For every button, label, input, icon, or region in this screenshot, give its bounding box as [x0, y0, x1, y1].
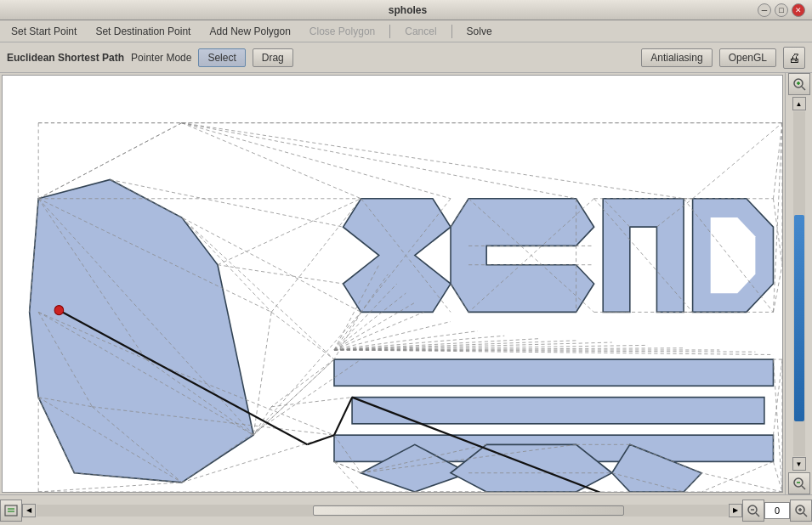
svg-line-136 — [802, 87, 805, 90]
minimize-button[interactable]: ─ — [758, 3, 771, 17]
app-title: Euclidean Shortest Path — [7, 52, 124, 64]
svg-point-133 — [54, 306, 64, 315]
menu-bar: Set Start Point Set Destination Point Ad… — [0, 20, 812, 42]
zoom-icon-top[interactable] — [788, 73, 810, 95]
zoom-in-icon — [793, 503, 809, 518]
canvas-container[interactable] — [2, 75, 783, 493]
scroll-up-button[interactable]: ▲ — [792, 97, 806, 110]
menu-set-destination-point[interactable]: Set Destination Point — [88, 23, 198, 40]
scroll-down-button[interactable]: ▼ — [792, 457, 806, 471]
maximize-button[interactable]: □ — [775, 3, 788, 17]
antialiasing-button[interactable]: Antialiasing — [641, 48, 712, 67]
menu-cancel: Cancel — [397, 23, 444, 40]
svg-rect-7 — [334, 359, 773, 386]
menu-add-new-polygon[interactable]: Add New Polygon — [202, 23, 298, 40]
magnifier-icon — [792, 76, 807, 92]
menu-close-polygon: Close Polygon — [302, 23, 383, 40]
h-scroll-thumb[interactable] — [313, 505, 624, 516]
drag-button[interactable]: Drag — [253, 48, 293, 67]
svg-line-149 — [803, 513, 807, 517]
main-area: ▲ ▼ — [0, 73, 812, 494]
vertical-scroll-track[interactable] — [793, 111, 805, 456]
zoom-in-button[interactable] — [790, 500, 812, 522]
zoom-out-icon — [746, 503, 761, 518]
window-controls: ─ □ ✕ — [758, 3, 805, 17]
h-scroll-right-button[interactable]: ▶ — [729, 504, 742, 517]
bottom-scrollbar-area: ◀ ▶ 0 — [0, 494, 812, 525]
scroll-icon-left[interactable] — [0, 500, 22, 522]
title-bar: spholes ─ □ ✕ — [0, 0, 812, 20]
menu-solve[interactable]: Solve — [459, 23, 500, 40]
h-scroll-track[interactable] — [37, 505, 728, 517]
menu-set-start-point[interactable]: Set Start Point — [3, 23, 84, 40]
menu-separator — [389, 25, 390, 38]
print-button[interactable]: 🖨 — [783, 47, 805, 69]
zoom-icon-bottom[interactable] — [788, 472, 810, 494]
magnifier-minus-icon — [792, 476, 807, 491]
zoom-value-display: 0 — [764, 502, 790, 519]
svg-rect-8 — [352, 398, 764, 424]
select-button[interactable]: Select — [198, 48, 245, 67]
zoom-out-button[interactable] — [742, 500, 764, 522]
window-title: spholes — [58, 4, 758, 16]
close-button[interactable]: ✕ — [792, 3, 805, 17]
svg-line-140 — [802, 486, 805, 489]
menu-separator-2 — [451, 25, 452, 38]
right-scrollbar-panel: ▲ ▼ — [785, 73, 812, 494]
opengl-button[interactable]: OpenGL — [719, 48, 776, 67]
geometry-canvas — [3, 76, 782, 492]
toolbar: Euclidean Shortest Path Pointer Mode Sel… — [0, 42, 812, 73]
fit-icon — [3, 503, 19, 518]
svg-rect-142 — [5, 505, 17, 516]
svg-line-146 — [756, 513, 759, 517]
vertical-scroll-thumb[interactable] — [794, 215, 804, 422]
h-scroll-left-button[interactable]: ◀ — [22, 504, 36, 517]
pointer-mode-label: Pointer Mode — [131, 52, 191, 64]
